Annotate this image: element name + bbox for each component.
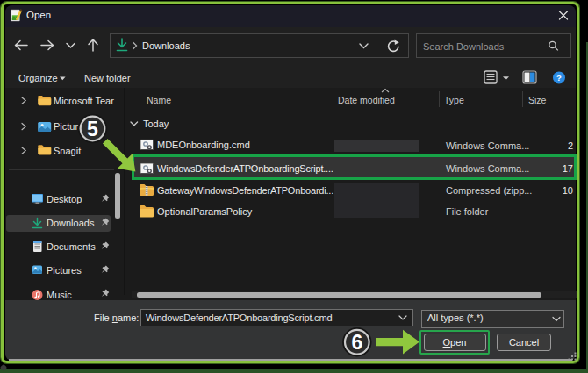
svg-text:?: ? [556,73,562,82]
svg-text:5: 5 [87,118,98,140]
svg-text:6: 6 [351,331,362,354]
